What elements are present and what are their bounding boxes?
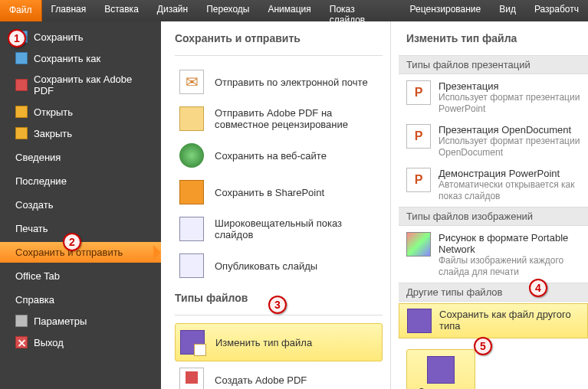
sidebar-item-save-and-send[interactable]: Сохранить и отправить xyxy=(0,242,161,263)
sidebar-item-label: Параметры xyxy=(34,315,87,327)
sidebar-item-label: Последние xyxy=(15,175,67,187)
sidebar-item-label: Справка xyxy=(15,294,54,306)
sidebar-item-recent[interactable]: Последние xyxy=(0,171,161,191)
open-icon xyxy=(15,106,28,118)
sidebar-item-label: Выход xyxy=(34,337,64,348)
filetype-other[interactable]: Сохранить как файл другого типа xyxy=(399,303,588,338)
action-label: Создать Adobe PDF xyxy=(215,374,307,386)
ribbon-tab-review[interactable]: Рецензирование xyxy=(401,0,491,21)
web-icon xyxy=(179,143,204,168)
action-label: Отправить Adobe PDF на совместное реценз… xyxy=(215,107,378,130)
filetype-png[interactable]: Рисунок в формате Portable Network Файлы… xyxy=(399,227,588,283)
filetype-presentation[interactable]: Презентация Использует формат презентаци… xyxy=(399,76,588,119)
save-as-button[interactable]: Сохранить как xyxy=(406,349,475,389)
panel-left-column: Сохранить и отправить Отправить по элект… xyxy=(161,21,391,389)
sidebar-item-label: Сведения xyxy=(15,152,61,163)
section-title-save-send: Сохранить и отправить xyxy=(175,32,383,47)
sidebar-item-save[interactable]: Сохранить xyxy=(0,26,161,47)
action-save-sharepoint[interactable]: Сохранить в SharePoint xyxy=(175,174,383,211)
sidebar-item-label: Открыть xyxy=(34,106,73,118)
filetype-desc: Использует формат презентации OpenDocume… xyxy=(439,136,580,159)
sidebar-item-label: Закрыть xyxy=(34,128,72,139)
action-label: Сохранить на веб-сайте xyxy=(215,150,327,162)
pdf-review-icon xyxy=(179,106,204,131)
ribbon-tab-transitions[interactable]: Переходы xyxy=(197,0,258,21)
section-title-file-types: Типы файлов xyxy=(175,292,383,307)
sharepoint-icon xyxy=(179,180,204,204)
save-icon xyxy=(15,31,28,43)
image-icon xyxy=(406,232,431,257)
sidebar-item-save-as-pdf[interactable]: Сохранить как Adobe PDF xyxy=(0,69,161,101)
filetype-label: Презентация xyxy=(439,80,580,92)
change-type-icon xyxy=(180,330,205,355)
backstage-panel: Сохранить и отправить Отправить по элект… xyxy=(161,21,588,389)
action-label: Опубликовать слайды xyxy=(215,260,317,272)
filetype-label: Рисунок в формате Portable Network xyxy=(439,232,580,255)
pptx-icon xyxy=(406,168,431,192)
ribbon-tab-home[interactable]: Главная xyxy=(42,0,96,21)
panel-right-column: Изменить тип файла Типы файлов презентац… xyxy=(391,21,588,389)
mail-icon xyxy=(179,70,204,94)
sidebar-item-office-tab[interactable]: Office Tab xyxy=(0,266,161,286)
broadcast-icon xyxy=(179,217,204,241)
filetype-desc: Использует формат презентации PowerPoint xyxy=(439,92,580,115)
sidebar-item-new[interactable]: Создать xyxy=(0,194,161,215)
action-create-adobe-pdf[interactable]: Создать Adobe PDF xyxy=(175,361,383,389)
action-broadcast[interactable]: Широковещательный показ слайдов xyxy=(175,211,383,247)
ribbon-tab-slideshow[interactable]: Показ слайдов xyxy=(320,0,401,21)
ribbon-tab-design[interactable]: Дизайн xyxy=(148,0,197,21)
exit-icon xyxy=(15,336,28,348)
action-label: Сохранить в SharePoint xyxy=(215,187,324,198)
sidebar-item-info[interactable]: Сведения xyxy=(0,147,161,168)
pptx-icon xyxy=(406,124,431,149)
filetype-label: Презентация OpenDocument xyxy=(439,124,580,136)
filetype-label: Сохранить как файл другого типа xyxy=(439,309,580,332)
ribbon-tab-animation[interactable]: Анимация xyxy=(258,0,320,21)
group-header-presentation-types: Типы файлов презентаций xyxy=(399,55,588,74)
sidebar-item-close[interactable]: Закрыть xyxy=(0,123,161,144)
filetype-desc: Автоматически открывается как показ слай… xyxy=(439,179,580,202)
ribbon-tab-insert[interactable]: Вставка xyxy=(95,0,148,21)
filetype-label: Демонстрация PowerPoint xyxy=(439,168,580,179)
sidebar-item-label: Сохранить как Adobe PDF xyxy=(34,74,153,96)
ribbon-tab-file[interactable]: Файл xyxy=(0,0,42,21)
action-label: Изменить тип файла xyxy=(215,337,312,348)
action-send-pdf-review[interactable]: Отправить Adobe PDF на совместное реценз… xyxy=(175,100,383,137)
backstage-sidebar: Сохранить Сохранить как Сохранить как Ad… xyxy=(0,21,161,389)
disk-icon xyxy=(407,309,432,333)
save-as-icon xyxy=(15,52,28,64)
sidebar-item-options[interactable]: Параметры xyxy=(0,310,161,332)
sidebar-item-label: Сохранить и отправить xyxy=(15,247,123,258)
ribbon-tab-developer[interactable]: Разработч xyxy=(525,0,588,21)
filetype-opendocument[interactable]: Презентация OpenDocument Использует форм… xyxy=(399,119,588,163)
action-label: Отправить по электронной почте xyxy=(215,77,368,88)
publish-icon xyxy=(179,253,204,278)
filetype-show[interactable]: Демонстрация PowerPoint Автоматически от… xyxy=(399,163,588,207)
action-label: Широковещательный показ слайдов xyxy=(215,217,378,240)
filetype-desc: Файлы изображений каждого слайда для печ… xyxy=(439,255,580,278)
sidebar-item-open[interactable]: Открыть xyxy=(0,101,161,123)
sidebar-item-print[interactable]: Печать xyxy=(0,218,161,239)
action-change-file-type[interactable]: Изменить тип файла xyxy=(175,323,383,361)
sidebar-item-label: Печать xyxy=(15,223,48,234)
disk-icon xyxy=(427,356,455,384)
close-icon xyxy=(15,127,28,139)
ribbon-tabs: Файл Главная Вставка Дизайн Переходы Ани… xyxy=(0,0,588,21)
sidebar-item-label: Office Tab xyxy=(15,270,60,282)
action-save-web[interactable]: Сохранить на веб-сайте xyxy=(175,137,383,174)
action-send-email[interactable]: Отправить по электронной почте xyxy=(175,64,383,100)
action-publish-slides[interactable]: Опубликовать слайды xyxy=(175,247,383,284)
pdf-icon xyxy=(15,79,28,91)
pptx-icon xyxy=(406,80,431,105)
options-icon xyxy=(15,315,28,327)
group-header-image-types: Типы файлов изображений xyxy=(399,207,588,226)
sidebar-item-label: Сохранить xyxy=(34,31,84,43)
section-title-change-file-type: Изменить тип файла xyxy=(399,32,588,47)
group-header-other-types: Другие типы файлов xyxy=(399,283,588,302)
sidebar-item-save-as[interactable]: Сохранить как xyxy=(0,47,161,69)
sidebar-item-help[interactable]: Справка xyxy=(0,289,161,310)
ribbon-tab-view[interactable]: Вид xyxy=(490,0,525,21)
sidebar-item-exit[interactable]: Выход xyxy=(0,332,161,353)
sidebar-item-label: Создать xyxy=(15,199,53,211)
sidebar-item-label: Сохранить как xyxy=(34,53,100,64)
